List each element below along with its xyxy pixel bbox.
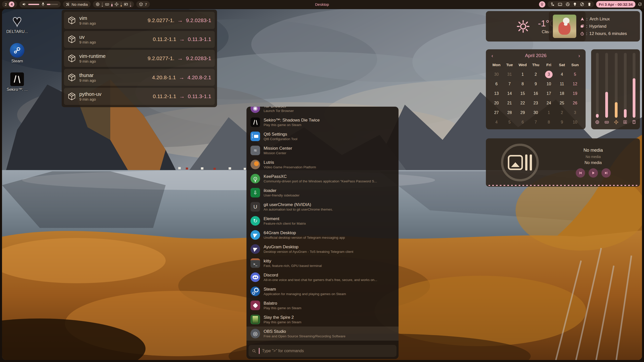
launcher-item[interactable]: ◎ OBS Studio Free and Open Source Stream… xyxy=(246,327,399,341)
calendar-day[interactable]: 26 xyxy=(568,99,582,108)
app-description: Play this game on Steam xyxy=(264,306,301,310)
launcher-item[interactable]: ⊙ KeePassXC Community-driven port of the… xyxy=(246,172,399,186)
calendar-day[interactable]: 15 xyxy=(516,89,529,98)
update-row[interactable]: vim 9 min ago 9.2.0277-1. → 9.2.0283-1 xyxy=(64,12,215,29)
media-pill[interactable]: No media xyxy=(63,1,90,8)
trash-tray-icon[interactable] xyxy=(588,2,591,6)
launcher-item[interactable]: Slay the Spire 2 Play this game on Steam xyxy=(246,312,399,327)
calendar-day[interactable]: 2 xyxy=(529,70,542,79)
calendar-day[interactable]: 1 xyxy=(516,70,529,79)
launcher-item[interactable]: AyuGram Desktop Desktop version of AyuGr… xyxy=(246,242,399,256)
launcher-item[interactable]: Sekiro™: Shadows Die Twice Play this gam… xyxy=(246,115,399,129)
launcher-item[interactable]: ⇩ iloader User-friendly sideloader xyxy=(246,186,399,200)
calendar-day[interactable]: 7 xyxy=(503,79,516,89)
desktop-icon-sekiro[interactable]: Sekiro™: ... xyxy=(4,72,31,92)
calendar-day[interactable]: 1 xyxy=(542,108,555,117)
workspace-2[interactable]: 2 xyxy=(5,2,7,7)
update-row[interactable]: thunar 9 min ago 4.20.8-1.1 → 4.20.8-2.1 xyxy=(64,69,215,86)
calendar-day[interactable]: 25 xyxy=(555,99,568,108)
calendar-day[interactable]: 27 xyxy=(490,108,503,117)
clock[interactable]: Fri 3 Apr - 00:32:34 xyxy=(596,1,636,8)
calendar-day[interactable]: 6 xyxy=(490,79,503,89)
calendar-day[interactable]: 4 xyxy=(555,70,568,79)
launcher-item[interactable]: ≈ Mission Center Mission Center xyxy=(246,143,399,157)
calendar-day[interactable]: 28 xyxy=(503,108,516,117)
user-avatar[interactable] xyxy=(553,15,576,38)
desktop-icon-deltarune[interactable]: ♥ DELTARU... xyxy=(4,14,31,34)
network-tray-icon[interactable] xyxy=(558,3,562,6)
calendar-day[interactable]: 9 xyxy=(529,79,542,89)
calendar-day[interactable]: 30 xyxy=(529,108,542,117)
launcher-search-bar[interactable] xyxy=(248,345,397,357)
calendar-next-button[interactable]: › xyxy=(578,53,580,58)
steam-tray-icon[interactable] xyxy=(580,2,584,6)
calendar-day[interactable]: 29 xyxy=(516,108,529,117)
package-icon xyxy=(67,54,76,63)
calendar-day[interactable]: 21 xyxy=(503,99,516,108)
calendar-day[interactable]: 5 xyxy=(503,118,516,127)
calendar-day[interactable]: 12 xyxy=(568,79,582,89)
calendar-day[interactable]: 11 xyxy=(555,79,568,89)
calendar-day[interactable]: 4 xyxy=(490,118,503,127)
update-row[interactable]: uv 9 min ago 0.11.2-1.1 → 0.11.3-1.1 xyxy=(64,31,215,48)
launcher-search-input[interactable] xyxy=(262,349,393,353)
update-row[interactable]: python-uv 9 min ago 0.11.2-1.1 → 0.11.3-… xyxy=(64,88,215,105)
calendar-day[interactable]: 5 xyxy=(568,70,582,79)
notification-bell-icon[interactable] xyxy=(638,2,642,7)
night-light-toggle[interactable] xyxy=(539,1,545,8)
calendar-day[interactable]: 2 xyxy=(555,108,568,117)
mic-slider[interactable] xyxy=(47,4,58,5)
calendar-day[interactable]: 14 xyxy=(503,89,516,98)
obs-tray-icon[interactable] xyxy=(566,2,570,6)
previous-track-button[interactable] xyxy=(576,168,585,178)
launcher-item[interactable]: Qt6 Settings Qt6 Configuration Tool xyxy=(246,129,399,143)
launcher-item[interactable]: Balatro Play this game on Steam xyxy=(246,298,399,312)
calendar-day[interactable]: 16 xyxy=(529,89,542,98)
calendar-day[interactable]: 20 xyxy=(490,99,503,108)
desktop: ♥ DELTARU... Steam Sekiro™: ... vim 9 mi… xyxy=(2,9,642,360)
launcher-item[interactable]: Steam Application for managing and playi… xyxy=(246,284,399,298)
launcher-item[interactable]: Discord All-in-one voice and text chat f… xyxy=(246,270,399,284)
calendar-day[interactable]: 6 xyxy=(516,118,529,127)
launcher-item[interactable]: >_ kitty Fast, feature-rich, GPU based t… xyxy=(246,256,399,270)
calendar-day[interactable]: 24 xyxy=(542,99,555,108)
calendar-day[interactable]: 31 xyxy=(503,70,516,79)
calendar-day[interactable]: 8 xyxy=(516,79,529,89)
desktop-icon-steam[interactable]: Steam xyxy=(4,43,31,63)
calendar-day[interactable]: 22 xyxy=(516,99,529,108)
lightbulb-tray-icon[interactable] xyxy=(573,2,577,6)
app-description: Play this game on Steam xyxy=(264,123,320,127)
calendar-day[interactable]: 18 xyxy=(555,89,568,98)
calendar-day[interactable]: 3 xyxy=(568,108,582,117)
launcher-item[interactable]: ↻ Element Feature-rich client for Matrix xyxy=(246,214,399,228)
app-title: Slay the Spire 2 xyxy=(264,315,301,320)
calendar-day[interactable]: 13 xyxy=(490,89,503,98)
play-button[interactable] xyxy=(589,168,598,178)
calendar-day[interactable]: 30 xyxy=(490,70,503,79)
gauge-gpu xyxy=(614,53,618,127)
updates-pill[interactable]: 7 xyxy=(136,1,150,8)
audio-pill[interactable] xyxy=(19,1,61,8)
calendar-day[interactable]: 17 xyxy=(542,89,555,98)
system-meters-pill[interactable] xyxy=(93,1,134,8)
calendar-day[interactable]: 3 xyxy=(542,70,555,79)
calendar-day[interactable]: 7 xyxy=(529,118,542,127)
calendar-day[interactable]: 19 xyxy=(568,89,582,98)
calendar-prev-button[interactable]: ‹ xyxy=(491,53,493,58)
workspaces-pill[interactable]: 2 4 xyxy=(2,1,17,8)
calendar-day[interactable]: 10 xyxy=(568,118,582,127)
launcher-item[interactable]: U git userChrome (NVIDIA) An automation … xyxy=(246,200,399,214)
calendar-day[interactable]: 8 xyxy=(542,118,555,127)
next-track-button[interactable] xyxy=(601,168,611,178)
ram-icon xyxy=(604,120,609,124)
keepassxc-tray-icon[interactable] xyxy=(550,2,554,6)
calendar-day[interactable]: 9 xyxy=(555,118,568,127)
launcher-item[interactable]: 64Gram Desktop Unofficial desktop versio… xyxy=(246,228,399,242)
update-row[interactable]: vim-runtime 9 min ago 9.2.0277-1. → 9.2.… xyxy=(64,50,215,67)
launcher-item[interactable]: Lutris Video Game Preservation Platform xyxy=(246,157,399,172)
calendar-day[interactable]: 10 xyxy=(542,79,555,89)
workspace-4-active[interactable]: 4 xyxy=(9,2,14,7)
launcher-item[interactable]: ◉ Tor Browser Launch Tor Browser xyxy=(246,107,399,115)
volume-slider[interactable] xyxy=(28,4,39,5)
calendar-day[interactable]: 23 xyxy=(529,99,542,108)
